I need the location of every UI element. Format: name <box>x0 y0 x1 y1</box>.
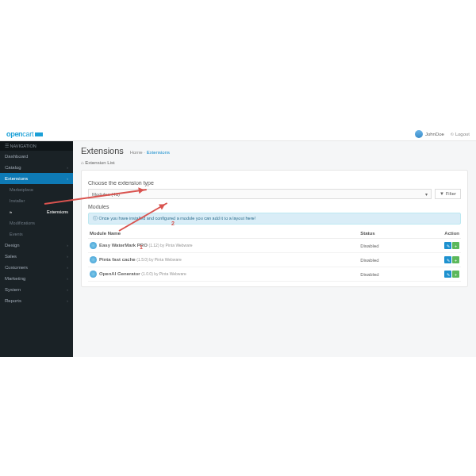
modules-table: Module NameStatusAction Easy WaterMark P… <box>88 228 461 282</box>
module-icon <box>90 271 97 278</box>
install-button[interactable]: + <box>452 242 459 249</box>
sidebar-item-system[interactable]: System› <box>0 284 73 295</box>
sidebar-item-sales[interactable]: Sales› <box>0 251 73 262</box>
sidebar-item-dashboard[interactable]: Dashboard <box>0 151 73 162</box>
chevron-down-icon: ▾ <box>425 191 428 197</box>
choose-label: Choose the extension type <box>88 180 461 186</box>
install-button[interactable]: + <box>452 256 459 263</box>
sidebar-item-marketing[interactable]: Marketing› <box>0 273 73 284</box>
col-name: Module Name <box>88 228 359 239</box>
annotation-number: 2 <box>171 221 175 226</box>
sidebar-sub-modifications[interactable]: Modifications <box>0 217 73 228</box>
section-title: Modules <box>88 204 461 209</box>
install-button[interactable]: + <box>452 271 459 278</box>
avatar[interactable] <box>415 130 423 138</box>
sidebar-sub-events[interactable]: Events <box>0 228 73 240</box>
page-title: Extensions <box>81 146 124 155</box>
sidebar: ☰ NAVIGATION Dashboard Catalog› Extensio… <box>0 141 73 357</box>
module-icon <box>90 256 97 263</box>
table-row: Easy WaterMark PRO (1.12) by Pinta Webwa… <box>88 239 461 253</box>
content: Extensions Home · Extensions ⌂ Extension… <box>73 141 476 357</box>
sidebar-item-reports[interactable]: Reports› <box>0 295 73 306</box>
top-bar: opencart JohnDoe ⎋ Logout <box>0 127 476 141</box>
col-action: Action <box>414 228 461 239</box>
filter-button[interactable]: ▼ Filter <box>435 189 461 199</box>
sidebar-sub-extensions[interactable]: » Extensions <box>0 206 73 217</box>
edit-button[interactable]: ✎ <box>444 256 451 263</box>
sidebar-sub-marketplace[interactable]: Marketplace <box>0 184 73 195</box>
annotation-number: 1 <box>140 244 143 250</box>
col-status: Status <box>359 228 414 239</box>
list-header: ⌂ Extension List <box>81 160 468 165</box>
sidebar-item-catalog[interactable]: Catalog› <box>0 162 73 173</box>
logout-link[interactable]: ⎋ Logout <box>451 132 470 136</box>
edit-button[interactable]: ✎ <box>444 242 451 249</box>
username[interactable]: JohnDoe <box>425 132 444 136</box>
logo: opencart <box>6 130 43 138</box>
sidebar-item-extensions[interactable]: Extensions› <box>0 173 73 184</box>
module-icon <box>90 242 97 249</box>
breadcrumb: Home · Extensions <box>130 150 170 155</box>
edit-button[interactable]: ✎ <box>444 271 451 278</box>
table-row: Pinta fast cache (1.5.0) by Pinta Webwar… <box>88 253 461 267</box>
breadcrumb-extensions[interactable]: Extensions <box>147 150 170 155</box>
sidebar-item-customers[interactable]: Customers› <box>0 262 73 273</box>
table-row: OpenAI Generator (1.0.0) by Pinta Webwar… <box>88 267 461 282</box>
nav-header: ☰ NAVIGATION <box>0 141 73 151</box>
sidebar-item-design[interactable]: Design› <box>0 240 73 251</box>
